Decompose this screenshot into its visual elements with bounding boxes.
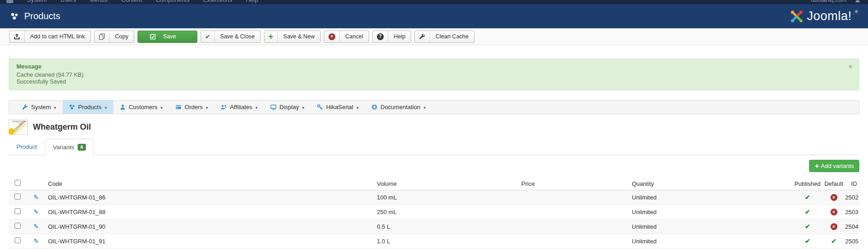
button-label: Clean Cache: [430, 31, 474, 42]
tab-product[interactable]: Product: [9, 138, 45, 155]
topbar-item-components[interactable]: Components: [156, 0, 190, 3]
joomla-emblem-icon: [790, 10, 804, 23]
copy-icon: [95, 31, 110, 42]
button-label: Save & Close: [215, 31, 260, 42]
save-and-close-button[interactable]: Save & Close: [201, 31, 261, 43]
chevron-down-icon: [356, 104, 359, 110]
select-all-checkbox[interactable]: [15, 180, 21, 186]
variants-table: Code Volume Price Quantity Published Def…: [9, 178, 859, 249]
edit-pencil-icon[interactable]: [33, 194, 39, 201]
column-header-id: ID: [845, 178, 859, 190]
toolbar: Add to cart HTML link Copy Save Save & C…: [0, 28, 868, 45]
row-checkbox[interactable]: [15, 208, 21, 214]
published-toggle-icon[interactable]: ✔: [805, 194, 810, 201]
variant-quantity: Unlimited: [632, 190, 793, 205]
table-row: OIL-WHTGRM-01_88 250 mL Unlimited ✔ × 25…: [9, 205, 859, 219]
table-row: OIL-WHTGRM-01_90 0.5 L Unlimited ✔ × 250…: [9, 219, 859, 234]
key-icon: [317, 104, 323, 110]
cancel-button[interactable]: Cancel: [324, 31, 369, 43]
product-thumbnail: WHEATGERM OIL: [9, 119, 28, 135]
topbar-item-users[interactable]: Users: [60, 0, 76, 3]
product-title: Wheatgerm Oil: [33, 122, 91, 132]
table-row: OIL-WHTGRM-01_91 1.0 L Unlimited ✔ ✔ 250…: [9, 234, 859, 248]
menu-item-hikaserial[interactable]: HikaSerial: [311, 100, 365, 114]
column-header-default: Default: [822, 178, 845, 190]
clean-cache-button[interactable]: Clean Cache: [414, 31, 474, 43]
copy-button[interactable]: Copy: [94, 31, 134, 43]
page-header: Products Joomla! ®: [0, 4, 868, 28]
topbar-item-help[interactable]: Help: [246, 0, 258, 3]
published-toggle-icon[interactable]: ✔: [805, 223, 810, 230]
user-menu-icon[interactable]: [855, 0, 861, 3]
menu-item-label: HikaSerial: [326, 104, 353, 110]
menu-item-orders[interactable]: Orders: [169, 100, 214, 114]
message-line: Cache cleaned (84.77 KB): [16, 72, 852, 79]
save-and-new-button[interactable]: Save & New: [264, 31, 321, 43]
help-button[interactable]: Help: [372, 31, 412, 43]
topbar-item-menus[interactable]: Menus: [90, 0, 107, 3]
variant-code: OIL-WHTGRM-01_91: [44, 234, 377, 248]
plus-icon: [265, 31, 278, 42]
joomla-mini-logo-icon: [6, 0, 13, 3]
tab-label: Product: [16, 143, 37, 150]
check-icon: [201, 31, 215, 42]
page-title: Products: [24, 11, 60, 21]
table-header-row: Code Volume Price Quantity Published Def…: [9, 178, 859, 190]
variant-price: [521, 205, 632, 219]
variant-price: [521, 219, 632, 234]
button-label: Copy: [110, 31, 134, 42]
variant-quantity: Unlimited: [632, 219, 793, 234]
edit-pencil-icon[interactable]: [33, 223, 39, 230]
variant-volume: 0.5 L: [377, 219, 521, 234]
row-checkbox[interactable]: [15, 237, 21, 243]
save-button[interactable]: Save: [138, 31, 197, 43]
add-variants-button[interactable]: Add variants: [809, 160, 859, 172]
button-label: Add to cart HTML link: [25, 31, 90, 42]
help-circle-icon: [373, 31, 388, 42]
display-icon: [270, 104, 276, 110]
chevron-down-icon: [255, 104, 258, 110]
close-icon[interactable]: ×: [848, 63, 852, 70]
add-to-cart-html-link-button[interactable]: Add to cart HTML link: [9, 31, 91, 43]
published-toggle-icon[interactable]: ✔: [805, 208, 810, 215]
variant-volume: 250 mL: [377, 205, 521, 219]
site-preview-link[interactable]: obotaniq.com: [811, 0, 847, 3]
tab-variants[interactable]: Variants 4: [45, 139, 94, 155]
cancel-circle-icon: [324, 31, 340, 42]
variant-quantity: Unlimited: [632, 234, 793, 248]
row-checkbox[interactable]: [15, 194, 21, 200]
default-toggle-icon[interactable]: ×: [831, 209, 837, 215]
published-toggle-icon[interactable]: ✔: [805, 237, 810, 245]
topbar-item-extensions[interactable]: Extensions: [203, 0, 233, 3]
default-toggle-icon[interactable]: ×: [831, 223, 837, 230]
topbar-item-system[interactable]: System: [27, 0, 47, 3]
menu-item-documentation[interactable]: Documentation: [365, 100, 432, 114]
variant-code: OIL-WHTGRM-01_86: [44, 190, 377, 205]
menu-item-affiliates[interactable]: Affiliates: [214, 100, 264, 114]
joomla-logo-text: Joomla!: [807, 9, 852, 23]
menu-item-products[interactable]: Products: [63, 100, 113, 114]
variant-price: [521, 190, 632, 205]
menu-item-system[interactable]: System: [16, 100, 63, 114]
default-toggle-icon[interactable]: ×: [831, 194, 837, 201]
chevron-down-icon: [302, 104, 304, 110]
tab-label: Variants: [53, 144, 74, 151]
menu-item-label: Products: [78, 104, 101, 110]
variant-volume: 100 mL: [377, 190, 521, 205]
menu-item-label: Orders: [185, 104, 203, 110]
menu-item-customers[interactable]: Customers: [113, 100, 169, 114]
wrench-icon: [22, 104, 28, 110]
default-toggle-icon[interactable]: ✔: [831, 237, 836, 245]
menu-item-display[interactable]: Display: [264, 100, 311, 114]
button-label: Help: [388, 31, 411, 42]
joomla-logo: Joomla! ®: [790, 9, 858, 23]
edit-pencil-icon[interactable]: [33, 208, 39, 215]
topbar-item-content[interactable]: Content: [121, 0, 142, 3]
menu-item-label: System: [31, 104, 51, 110]
edit-pencil-icon[interactable]: [33, 237, 39, 245]
row-checkbox[interactable]: [15, 223, 21, 229]
chevron-down-icon: [105, 104, 107, 110]
variant-id: 2504: [845, 219, 859, 234]
variant-price: [521, 234, 632, 248]
variants-count-badge: 4: [78, 144, 86, 151]
